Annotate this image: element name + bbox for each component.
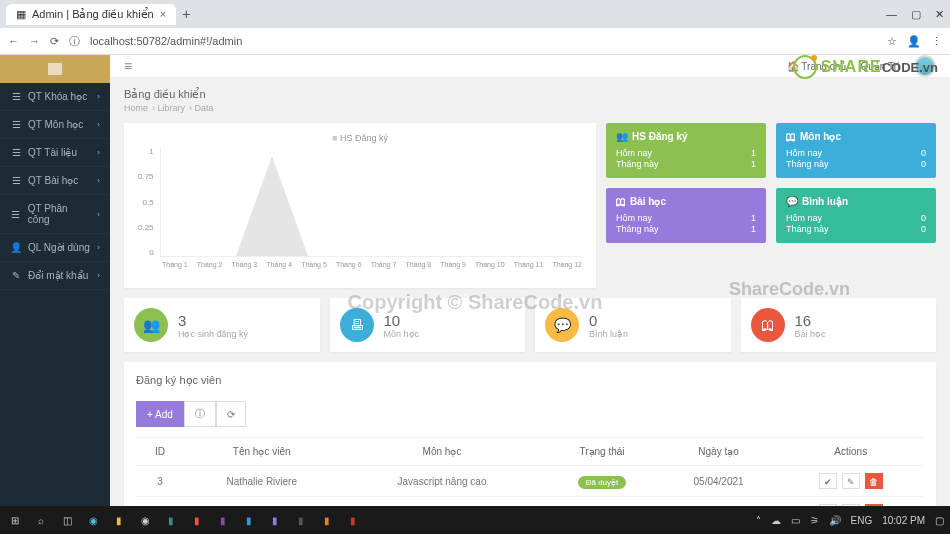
info-cards: 👥HS Đăng ký Hôm nay1Tháng này1 🕮Môn học … xyxy=(606,123,936,288)
tab-bar: ▦ Admin | Bảng điều khiển × + — ▢ ✕ xyxy=(0,0,950,28)
info-button[interactable]: ⓘ xyxy=(184,401,216,427)
th: Trạng thái xyxy=(544,438,659,466)
chevron-right-icon: › xyxy=(97,120,100,129)
sidebar: ☰ QT Khóa học › ☰ QT Môn học › ☰ QT Tài … xyxy=(0,55,110,507)
main: ≡ 🏠 Trang chủ Quản Trị Bảng điều khiển H… xyxy=(110,55,950,507)
chart-plot xyxy=(160,147,582,257)
card-icon: 🕮 xyxy=(616,196,626,207)
brand-logo-icon xyxy=(793,55,817,79)
stat-icon: 👥 xyxy=(134,308,168,342)
th: Actions xyxy=(778,438,924,466)
browser-tab[interactable]: ▦ Admin | Bảng điều khiển × xyxy=(6,4,176,25)
breadcrumb: Home› Library› Data xyxy=(124,103,936,113)
info-card: 👥HS Đăng ký Hôm nay1Tháng này1 xyxy=(606,123,766,178)
stat-icon: 🖶 xyxy=(340,308,374,342)
bookmark-icon[interactable]: ☆ xyxy=(887,35,897,48)
stat-card: 🕮 16Bài học xyxy=(741,298,937,352)
th: Tên học viên xyxy=(184,438,340,466)
table-row: 3 Nathalie Riviere Javascript nâng cao Đ… xyxy=(136,466,924,497)
sidebar-icon: ☰ xyxy=(10,209,22,220)
panel-title: Đăng ký học viên xyxy=(136,374,924,387)
sidebar-item-1[interactable]: ☰ QT Môn học › xyxy=(0,111,110,139)
chart-y-axis: 10.750.50.250 xyxy=(138,147,160,257)
sidebar-label: QT Khóa học xyxy=(28,91,87,102)
stat-cards-row: 👥 3Học sinh đăng ký 🖶 10Môn học 💬 0Bình … xyxy=(124,298,936,352)
content: Bảng điều khiển Home› Library› Data HS Đ… xyxy=(110,78,950,507)
sidebar-item-6[interactable]: ✎ Đổi mật khẩu › xyxy=(0,262,110,290)
card-icon: 💬 xyxy=(786,196,798,207)
chart-x-axis: Tháng 1Tháng 2Tháng 3Tháng 4Tháng 5Tháng… xyxy=(138,257,582,268)
sidebar-item-2[interactable]: ☰ QT Tài liệu › xyxy=(0,139,110,167)
chevron-right-icon: › xyxy=(97,210,100,219)
th: ID xyxy=(136,438,184,466)
sidebar-icon: ☰ xyxy=(10,147,22,158)
windows-taskbar: ⊞ ⌕ ◫ ◉ ▮ ◉ ▮ ▮ ▮ ▮ ▮ ▮ ▮ ▮ ˄ ☁ ▭ ⚞ 🔊 EN… xyxy=(0,506,950,507)
th: Ngày tạo xyxy=(660,438,778,466)
info-card: 🕮Bài học Hôm nay1Tháng này1 xyxy=(606,188,766,243)
info-card: 💬Bình luận Hôm nay0Tháng này0 xyxy=(776,188,936,243)
stat-icon: 🕮 xyxy=(751,308,785,342)
stat-card: 💬 0Bình luận xyxy=(535,298,731,352)
chevron-right-icon: › xyxy=(97,271,100,280)
sidebar-label: QT Bài học xyxy=(28,175,78,186)
stat-icon: 💬 xyxy=(545,308,579,342)
site-info-icon[interactable]: ⓘ xyxy=(69,34,80,49)
browser-chrome: ▦ Admin | Bảng điều khiển × + — ▢ ✕ ← → … xyxy=(0,0,950,55)
status-badge: Đã duyệt xyxy=(578,476,627,489)
sidebar-icon: ☰ xyxy=(10,91,22,102)
minimize-icon[interactable]: — xyxy=(886,8,897,21)
info-card: 🕮Môn học Hôm nay0Tháng này0 xyxy=(776,123,936,178)
url-input[interactable] xyxy=(90,35,877,47)
sidebar-label: QL Ngời dùng xyxy=(28,242,90,253)
edit-button[interactable]: ✎ xyxy=(842,473,860,489)
profile-icon[interactable]: 👤 xyxy=(907,35,921,48)
sidebar-item-5[interactable]: 👤 QL Ngời dùng › xyxy=(0,234,110,262)
tab-title: Admin | Bảng điều khiển xyxy=(32,8,154,21)
sidebar-item-4[interactable]: ☰ QT Phân công › xyxy=(0,195,110,234)
forward-icon[interactable]: → xyxy=(29,35,40,48)
close-window-icon[interactable]: ✕ xyxy=(935,8,944,21)
sidebar-icon: ☰ xyxy=(10,119,22,130)
chart-legend: HS Đăng ký xyxy=(138,133,582,143)
new-tab-button[interactable]: + xyxy=(182,6,190,22)
sidebar-label: QT Tài liệu xyxy=(28,147,77,158)
card-icon: 👥 xyxy=(616,131,628,142)
chevron-right-icon: › xyxy=(97,243,100,252)
card-icon: 🕮 xyxy=(786,131,796,142)
hamburger-icon[interactable]: ≡ xyxy=(124,58,132,74)
window-controls: — ▢ ✕ xyxy=(886,8,944,21)
sidebar-label: Đổi mật khẩu xyxy=(28,270,88,281)
stat-card: 🖶 10Môn học xyxy=(330,298,526,352)
maximize-icon[interactable]: ▢ xyxy=(911,8,921,21)
sidebar-icon: ☰ xyxy=(10,175,22,186)
sidebar-icon: ✎ xyxy=(10,270,22,281)
chevron-right-icon: › xyxy=(97,92,100,101)
sidebar-icon: 👤 xyxy=(10,242,22,253)
sidebar-item-3[interactable]: ☰ QT Bài học › xyxy=(0,167,110,195)
chevron-right-icon: › xyxy=(97,176,100,185)
th: Môn học xyxy=(340,438,545,466)
address-bar: ← → ⟳ ⓘ ☆ 👤 ⋮ xyxy=(0,28,950,54)
students-table: IDTên học viênMôn họcTrạng tháiNgày tạoA… xyxy=(136,437,924,507)
add-button[interactable]: Add xyxy=(136,401,184,427)
delete-button[interactable]: 🗑 xyxy=(865,473,883,489)
sidebar-label: QT Môn học xyxy=(28,119,83,130)
app-root: SHARE CODE.vn ☰ QT Khóa học › ☰ QT Môn h… xyxy=(0,55,950,507)
back-icon[interactable]: ← xyxy=(8,35,19,48)
tab-favicon: ▦ xyxy=(16,8,26,21)
chevron-right-icon: › xyxy=(97,148,100,157)
chart-card: HS Đăng ký 10.750.50.250 Tháng 1Tháng 2T… xyxy=(124,123,596,288)
sidebar-logo[interactable] xyxy=(0,55,110,83)
close-tab-icon[interactable]: × xyxy=(160,8,166,20)
approve-button[interactable]: ✔ xyxy=(819,473,837,489)
brand-watermark: SHARE CODE.vn xyxy=(793,55,938,79)
sidebar-label: QT Phân công xyxy=(28,203,91,225)
sidebar-item-0[interactable]: ☰ QT Khóa học › xyxy=(0,83,110,111)
page-title: Bảng điều khiển xyxy=(124,88,936,101)
menu-icon[interactable]: ⋮ xyxy=(931,35,942,48)
table-panel: Đăng ký học viên Add ⓘ ⟳ IDTên học viênM… xyxy=(124,362,936,507)
reload-icon[interactable]: ⟳ xyxy=(50,35,59,48)
refresh-button[interactable]: ⟳ xyxy=(216,401,246,427)
stat-card: 👥 3Học sinh đăng ký xyxy=(124,298,320,352)
